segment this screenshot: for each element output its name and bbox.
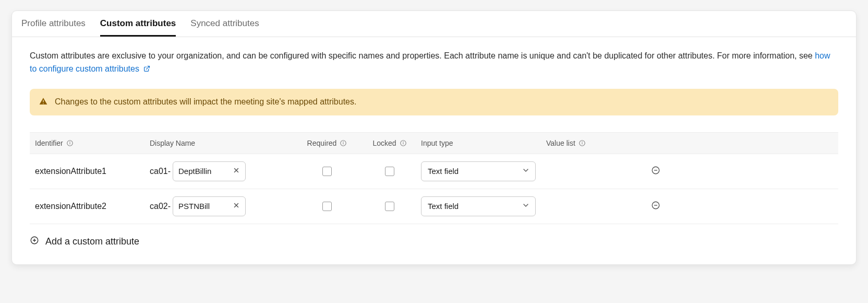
- select-value: Text field: [428, 202, 459, 211]
- info-icon[interactable]: [578, 139, 586, 147]
- add-custom-attribute-button[interactable]: Add a custom attribute: [30, 224, 838, 251]
- locked-checkbox[interactable]: [385, 202, 394, 211]
- close-icon: [233, 202, 240, 211]
- svg-point-12: [582, 142, 582, 142]
- svg-point-3: [69, 142, 70, 142]
- svg-point-9: [403, 142, 403, 142]
- warning-icon: [39, 97, 47, 107]
- add-button-label: Add a custom attribute: [45, 236, 139, 247]
- display-name-input-wrap: [173, 161, 246, 181]
- input-type-select[interactable]: Text field: [421, 196, 536, 216]
- intro-description: Custom attributes are exclusive to your …: [30, 51, 815, 60]
- info-icon[interactable]: [340, 139, 347, 147]
- column-label: Locked: [372, 139, 396, 147]
- column-label: Value list: [546, 139, 575, 147]
- remove-row-button[interactable]: [649, 200, 662, 213]
- display-name-prefix: ca02-: [150, 202, 171, 211]
- required-checkbox[interactable]: [322, 202, 332, 211]
- table-row: extensionAttribute2 ca02-: [30, 189, 838, 224]
- required-cell: [296, 202, 358, 211]
- column-locked: Locked: [358, 139, 421, 147]
- display-name-cell: ca02-: [150, 196, 296, 216]
- intro-text: Custom attributes are exclusive to your …: [30, 50, 838, 76]
- minus-circle-icon: [651, 201, 660, 212]
- identifier-cell: extensionAttribute2: [35, 202, 150, 211]
- close-icon: [233, 167, 240, 176]
- clear-input-button[interactable]: [232, 201, 241, 212]
- input-type-select[interactable]: Text field: [421, 161, 536, 181]
- remove-row-button[interactable]: [649, 165, 662, 178]
- column-label: Input type: [421, 139, 453, 147]
- info-icon[interactable]: [400, 139, 407, 147]
- svg-point-6: [343, 142, 344, 142]
- column-required: Required: [296, 139, 358, 147]
- table-row: extensionAttribute1 ca01-: [30, 154, 838, 189]
- locked-cell: [358, 167, 421, 176]
- select-value: Text field: [428, 167, 459, 176]
- custom-attributes-panel: Profile attributes Custom attributes Syn…: [11, 10, 857, 265]
- chevron-down-icon: [522, 166, 530, 177]
- display-name-input[interactable]: [178, 202, 232, 211]
- column-label: Identifier: [35, 139, 63, 147]
- actions-cell: [640, 200, 671, 213]
- column-label: Display Name: [150, 139, 195, 147]
- warning-banner: Changes to the custom attributes will im…: [30, 89, 838, 115]
- tab-custom-attributes[interactable]: Custom attributes: [100, 11, 176, 37]
- content-area: Custom attributes are exclusive to your …: [12, 37, 856, 264]
- display-name-prefix: ca01-: [150, 167, 171, 176]
- minus-circle-icon: [651, 166, 660, 177]
- tab-bar: Profile attributes Custom attributes Syn…: [12, 11, 856, 37]
- input-type-cell: Text field: [421, 196, 546, 216]
- display-name-input-wrap: [173, 196, 246, 216]
- column-input-type: Input type: [421, 139, 546, 147]
- required-checkbox[interactable]: [322, 167, 332, 176]
- warning-text: Changes to the custom attributes will im…: [55, 97, 356, 107]
- info-icon[interactable]: [66, 139, 74, 147]
- identifier-cell: extensionAttribute1: [35, 167, 150, 176]
- display-name-input[interactable]: [178, 167, 232, 176]
- locked-checkbox[interactable]: [385, 167, 394, 176]
- column-identifier: Identifier: [35, 139, 150, 147]
- display-name-cell: ca01-: [150, 161, 296, 181]
- table-header: Identifier Display Name Required Locked: [30, 132, 838, 154]
- plus-circle-icon: [30, 236, 39, 248]
- locked-cell: [358, 202, 421, 211]
- column-value-list: Value list: [546, 139, 640, 147]
- tab-synced-attributes[interactable]: Synced attributes: [190, 11, 259, 37]
- external-link-icon: [143, 63, 150, 76]
- actions-cell: [640, 165, 671, 178]
- tab-profile-attributes[interactable]: Profile attributes: [21, 11, 86, 37]
- chevron-down-icon: [522, 201, 530, 212]
- attributes-table: Identifier Display Name Required Locked: [30, 132, 838, 224]
- input-type-cell: Text field: [421, 161, 546, 181]
- svg-line-0: [147, 66, 150, 69]
- clear-input-button[interactable]: [232, 166, 241, 177]
- column-label: Required: [307, 139, 337, 147]
- required-cell: [296, 167, 358, 176]
- column-display-name: Display Name: [150, 139, 296, 147]
